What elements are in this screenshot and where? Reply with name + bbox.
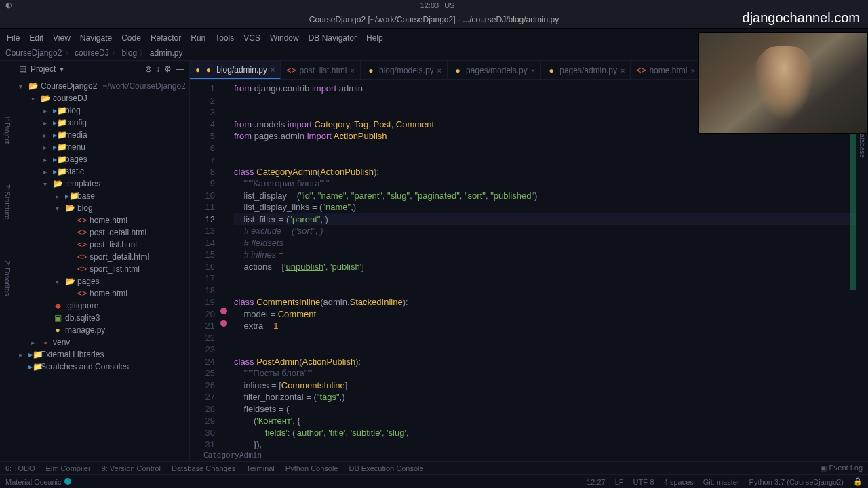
collapse-icon[interactable]: ↕	[156, 64, 160, 74]
bottom-tool[interactable]: Python Console	[285, 464, 338, 472]
chevron-icon[interactable]: ▾	[31, 95, 38, 102]
lock-icon[interactable]: 🔒	[853, 477, 863, 486]
tree-label: db.sqlite3	[65, 313, 100, 323]
tree-item[interactable]: ▸📁Scratches and Consoles	[14, 361, 189, 373]
editor-tab[interactable]: <>post_list.html×	[281, 61, 360, 79]
event-log[interactable]: ▣ Event Log	[820, 464, 863, 472]
bottom-tool[interactable]: Database Changes	[172, 464, 235, 472]
tree-item[interactable]: ▣db.sqlite3	[14, 312, 189, 324]
menu-tools[interactable]: Tools	[211, 31, 238, 45]
menu-file[interactable]: File	[3, 31, 24, 45]
tree-item[interactable]: <>sport_list.html	[14, 263, 189, 275]
tree-item[interactable]: ▸▸📁menu	[14, 141, 189, 153]
tree-item[interactable]: <>post_list.html	[14, 239, 189, 251]
bottom-tool[interactable]: Elm Compiler	[46, 464, 91, 472]
gear-icon[interactable]: ⚙	[164, 64, 172, 74]
code-breadcrumb[interactable]: CategoryAdmin	[190, 449, 856, 461]
chevron-icon[interactable]: ▸	[43, 119, 50, 127]
close-icon[interactable]: ×	[437, 66, 441, 75]
chevron-icon[interactable]: ▸	[56, 192, 62, 200]
tree-item[interactable]: ▸▸📁config	[14, 117, 189, 129]
tree-item[interactable]: ●manage.py	[14, 324, 189, 336]
tree-item[interactable]: <>home.html	[14, 214, 189, 226]
menu-db-navigator[interactable]: DB Navigator	[304, 31, 361, 45]
editor-tab[interactable]: ●blog/models.py×	[361, 61, 448, 79]
line-separator[interactable]: LF	[615, 478, 624, 486]
tree-item[interactable]: ◆.gitignore	[14, 300, 189, 312]
tree-item[interactable]: ▾📂pages	[14, 275, 189, 287]
close-icon[interactable]: ×	[620, 66, 625, 75]
tree-label: .gitignore	[65, 301, 98, 310]
chevron-icon[interactable]: ▾	[43, 180, 50, 188]
editor-tab[interactable]: ●pages/models.py×	[448, 61, 541, 79]
breadcrumb-part[interactable]: admin.py	[150, 48, 183, 58]
tree-item[interactable]: <>sport_detail.html	[14, 251, 189, 263]
menu-view[interactable]: View	[49, 31, 75, 45]
bottom-tool[interactable]: 9: Version Control	[102, 464, 161, 472]
locale: US	[444, 1, 454, 9]
tree-item[interactable]: ▸▸📁blog	[14, 104, 189, 117]
tree-item[interactable]: ▸▸📁media	[14, 129, 189, 141]
indent[interactable]: 4 spaces	[664, 478, 694, 486]
chevron-icon[interactable]: ▸	[43, 156, 50, 163]
editor-tab[interactable]: ●●blog/admin.py×	[190, 61, 281, 79]
close-icon[interactable]: ×	[271, 66, 275, 74]
tree-item[interactable]: ▾📂CourseDjango2~/work/CourseDjango2	[14, 80, 189, 92]
chevron-icon[interactable]: ▸	[43, 168, 50, 176]
tree-item[interactable]: ▾📂templates	[14, 178, 189, 190]
tab-label: home.html	[649, 66, 687, 75]
menu-vcs[interactable]: VCS	[239, 31, 264, 45]
bottom-tool[interactable]: Terminal	[246, 464, 275, 472]
dirty-icon: ●	[195, 65, 200, 75]
editor-tab[interactable]: ●pages/admin.py×	[541, 61, 631, 79]
breadcrumb-part[interactable]: CourseDjango2	[5, 48, 62, 58]
chevron-icon[interactable]: ▾	[19, 83, 26, 90]
tree-item[interactable]: ▾📂blog	[14, 202, 189, 214]
chevron-down-icon[interactable]: ▾	[60, 64, 64, 74]
menu-help[interactable]: Help	[362, 31, 387, 45]
tree-item[interactable]: ▸▸📁pages	[14, 153, 189, 165]
html-icon: <>	[77, 264, 87, 274]
menu-refactor[interactable]: Refactor	[146, 31, 185, 45]
code-editor[interactable]: 1234567891011121314151617181920212223242…	[190, 80, 856, 449]
theme-label[interactable]: Material Oceanic	[5, 478, 71, 486]
target-icon[interactable]: ⊚	[145, 64, 152, 74]
chevron-icon[interactable]: ▸	[19, 351, 26, 359]
tree-item[interactable]: <>post_detail.html	[14, 226, 189, 239]
chevron-icon[interactable]: ▸	[43, 107, 50, 115]
tool-tab[interactable]: 1: Project	[3, 115, 11, 144]
chevron-icon[interactable]: ▾	[56, 205, 62, 212]
tool-tab[interactable]: 2: Favorites	[3, 260, 11, 296]
breadcrumb-part[interactable]: blog	[121, 48, 137, 58]
bottom-tool[interactable]: DB Execution Console	[349, 464, 424, 472]
menu-run[interactable]: Run	[186, 31, 210, 45]
python-interpreter[interactable]: Python 3.7 (CourseDjango2)	[749, 478, 844, 486]
menu-window[interactable]: Window	[266, 31, 303, 45]
tool-tab[interactable]: 7: Structure	[3, 184, 11, 220]
chevron-icon[interactable]: ▸	[31, 339, 38, 346]
close-icon[interactable]: ×	[531, 66, 535, 75]
menu-code[interactable]: Code	[117, 31, 145, 45]
tree-item[interactable]: ▸▸📁static	[14, 165, 189, 178]
tree-item[interactable]: ▾📂courseDJ	[14, 92, 189, 104]
chevron-icon[interactable]: ▸	[43, 131, 50, 139]
close-icon[interactable]: ×	[350, 66, 354, 75]
editor-tab[interactable]: <>home.html×	[631, 61, 701, 79]
tree-item[interactable]: <>home.html	[14, 287, 189, 300]
activities-icon[interactable]: ◐	[5, 1, 12, 9]
git-branch[interactable]: Git: master	[703, 478, 740, 486]
tree-label: venv	[53, 338, 70, 347]
project-label[interactable]: Project	[31, 64, 56, 74]
menu-edit[interactable]: Edit	[25, 31, 47, 45]
tree-item[interactable]: ▸▸📁base	[14, 190, 189, 202]
chevron-icon[interactable]: ▸	[43, 144, 50, 151]
tree-item[interactable]: ▸▪venv	[14, 336, 189, 348]
encoding[interactable]: UTF-8	[633, 478, 654, 486]
tree-item[interactable]: ▸▸📁External Libraries	[14, 348, 189, 361]
close-icon[interactable]: ×	[690, 66, 694, 75]
hide-icon[interactable]: —	[176, 64, 184, 74]
bottom-tool[interactable]: 6: TODO	[5, 464, 35, 472]
chevron-icon[interactable]: ▾	[56, 278, 62, 285]
menu-navigate[interactable]: Navigate	[76, 31, 116, 45]
breadcrumb-part[interactable]: courseDJ	[75, 48, 109, 58]
